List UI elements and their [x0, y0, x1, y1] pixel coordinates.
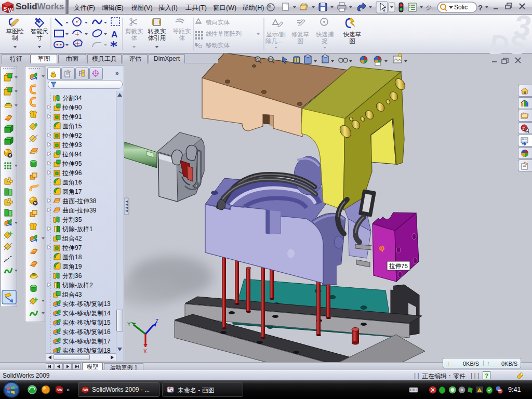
svg-text:除几...: 除几...	[265, 38, 283, 44]
svg-text:»: »	[66, 387, 70, 393]
svg-text:SW: SW	[83, 388, 88, 392]
svg-text:制: 制	[12, 35, 18, 41]
svg-text:智能尺: 智能尺	[31, 28, 49, 34]
svg-text:快速捕: 快速捕	[315, 31, 334, 37]
svg-text:?: ?	[478, 3, 483, 12]
svg-text:快速草: 快速草	[343, 31, 362, 37]
svg-text:体引用: 体引用	[148, 35, 166, 41]
svg-text:转换实: 转换实	[148, 28, 166, 34]
svg-text:线性草图阵列: 线性草图阵列	[206, 31, 242, 37]
svg-text:Y: Y	[127, 322, 131, 327]
svg-text:镜向实体: 镜向实体	[205, 19, 230, 25]
svg-text:W: W	[8, 7, 14, 13]
svg-text:A: A	[111, 30, 117, 39]
svg-text:拉伸75: 拉伸75	[389, 263, 408, 269]
svg-text:体: 体	[131, 35, 137, 41]
svg-text:体: 体	[179, 35, 185, 41]
svg-text:S: S	[4, 6, 7, 12]
svg-text:图: 图	[349, 38, 355, 44]
svg-text:修复草: 修复草	[291, 31, 310, 37]
svg-text:草图绘: 草图绘	[6, 28, 24, 34]
svg-text:剪裁实: 剪裁实	[125, 28, 143, 34]
svg-text:SW: SW	[57, 388, 63, 392]
svg-text:寸: 寸	[36, 35, 43, 41]
svg-text:Solic: Solic	[454, 4, 468, 11]
svg-text:少..: 少..	[426, 4, 435, 10]
svg-text:图: 图	[297, 38, 303, 44]
svg-text:X: X	[143, 349, 147, 354]
svg-text:显示/删: 显示/删	[266, 31, 286, 37]
svg-text:捉: 捉	[322, 38, 328, 44]
svg-text:等距实: 等距实	[173, 28, 191, 34]
svg-text:移动实体: 移动实体	[206, 42, 230, 48]
svg-text:Z: Z	[155, 318, 158, 324]
